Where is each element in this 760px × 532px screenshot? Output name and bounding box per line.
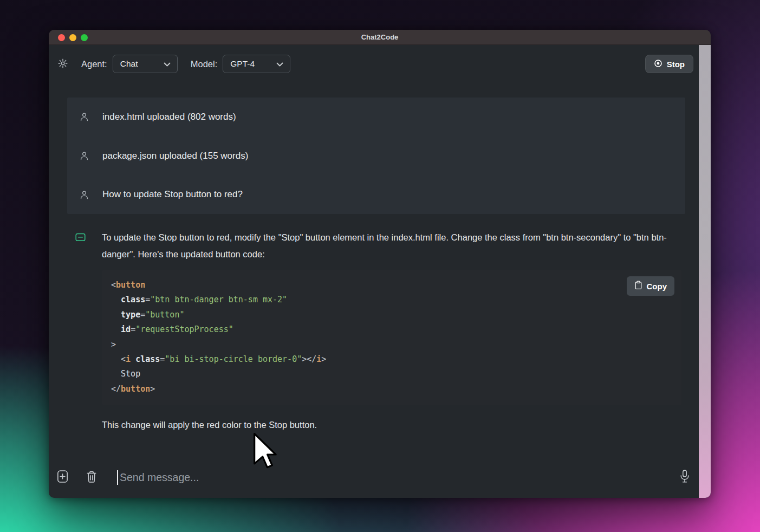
- stop-button-label: Stop: [667, 60, 685, 69]
- message-input-placeholder: Send message...: [120, 471, 199, 484]
- file-plus-icon: [56, 470, 69, 485]
- clear-chat-button[interactable]: [86, 470, 98, 485]
- copy-button-label: Copy: [647, 282, 667, 291]
- user-message: index.html uploaded (802 words): [67, 98, 685, 137]
- record-circle-icon: [654, 59, 662, 69]
- user-message: How to update Stop button to red?: [67, 175, 685, 214]
- user-message-text: How to update Stop button to red?: [102, 189, 243, 200]
- text-caret: [117, 470, 118, 485]
- model-select-value: GPT-4: [230, 59, 255, 69]
- app-window: Chat2Code Agent: Chat Model: GPT-4: [49, 30, 711, 498]
- toolbar: Agent: Chat Model: GPT-4 Stop: [49, 45, 699, 83]
- user-icon: [79, 112, 89, 122]
- titlebar[interactable]: Chat2Code: [49, 30, 711, 45]
- scrollbar[interactable]: [699, 45, 711, 498]
- message-input[interactable]: Send message...: [117, 466, 679, 488]
- assistant-outro-text: This change will apply the red color to …: [102, 420, 684, 430]
- trash-icon: [86, 470, 98, 485]
- assistant-intro-text: To update the Stop button to red, modify…: [102, 229, 675, 263]
- chat-bubble-icon: [75, 236, 86, 245]
- agent-select-value: Chat: [120, 59, 138, 69]
- close-button[interactable]: [58, 34, 65, 41]
- code-block: <button class="btn btn-danger btn-sm mx-…: [102, 270, 681, 405]
- gear-icon: [57, 58, 68, 70]
- zoom-button[interactable]: [81, 34, 88, 41]
- microphone-icon: [679, 469, 690, 485]
- model-select[interactable]: GPT-4: [223, 55, 290, 73]
- assistant-message: To update the Stop button to red, modify…: [75, 229, 684, 430]
- chevron-down-icon: [276, 59, 283, 69]
- clipboard-icon: [634, 281, 642, 291]
- user-messages-panel: index.html uploaded (802 words) package.…: [67, 98, 685, 214]
- settings-button[interactable]: [57, 58, 68, 70]
- user-message-text: index.html uploaded (802 words): [102, 112, 236, 122]
- user-message-text: package.json uploaded (155 words): [102, 151, 248, 161]
- agent-select[interactable]: Chat: [113, 55, 178, 73]
- traffic-lights: [58, 30, 88, 45]
- copy-button[interactable]: Copy: [627, 276, 675, 296]
- user-message: package.json uploaded (155 words): [67, 137, 685, 176]
- model-label: Model:: [191, 59, 218, 69]
- voice-input-button[interactable]: [679, 469, 690, 485]
- chevron-down-icon: [164, 59, 171, 69]
- agent-label: Agent:: [81, 59, 107, 69]
- user-icon: [79, 151, 89, 161]
- stop-button[interactable]: Stop: [645, 55, 693, 73]
- window-title: Chat2Code: [49, 33, 711, 41]
- composer-bar: Send message...: [49, 459, 699, 498]
- minimize-button[interactable]: [69, 34, 76, 41]
- attach-file-button[interactable]: [56, 470, 69, 485]
- code-content: <button class="btn btn-danger btn-sm mx-…: [111, 278, 671, 397]
- user-icon: [79, 190, 89, 200]
